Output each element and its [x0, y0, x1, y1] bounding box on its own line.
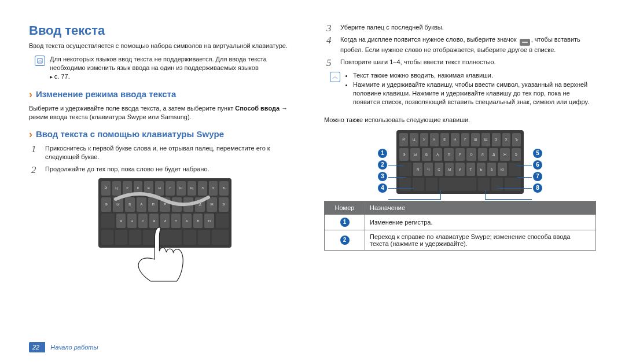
key: З	[198, 181, 207, 196]
key: Д	[489, 148, 498, 161]
fn-key	[478, 178, 490, 191]
key: Ъ	[219, 181, 229, 196]
key: О	[172, 197, 182, 212]
key: Ш	[471, 133, 480, 146]
key: У	[123, 181, 132, 196]
callout-8: 8	[533, 183, 542, 193]
key: Щ	[481, 133, 490, 146]
key: А	[433, 148, 442, 161]
callout-line	[388, 188, 414, 189]
key: Щ	[188, 181, 197, 196]
key: Д	[195, 197, 205, 212]
key: М	[445, 163, 454, 176]
key: Ж	[500, 148, 509, 161]
key: Л	[478, 148, 487, 161]
space-key	[439, 178, 476, 191]
cross-reference: с. 77.	[50, 73, 70, 80]
key: Х	[502, 133, 511, 146]
key: Я	[413, 163, 422, 176]
fn-key	[426, 178, 438, 191]
note-body: Для некоторых языков ввод текста не подд…	[50, 56, 267, 71]
callout-7: 7	[533, 172, 542, 181]
key: Н	[155, 181, 164, 196]
key: Ъ	[512, 133, 521, 146]
key: Ц	[410, 133, 418, 146]
key: Э	[219, 197, 229, 212]
key: Ц	[112, 181, 122, 196]
fn-key	[491, 178, 503, 191]
key: З	[492, 133, 501, 146]
callout-1: 1	[378, 149, 387, 158]
key: Е	[440, 133, 449, 146]
callout-line	[517, 177, 532, 178]
right-column: 3Уберите палец с последней буквы. 4 Когд…	[324, 23, 596, 347]
key: А	[137, 197, 146, 212]
intro-text: Ввод текста осуществляется с помощью наб…	[29, 42, 301, 50]
note-text: Для некоторых языков ввод текста не подд…	[50, 55, 301, 81]
keyboard-2: Й Ц У К Е Н Г Ш Щ З Х Ъ Ф Ы В А	[396, 130, 524, 194]
hand-icon	[124, 225, 194, 288]
space-insert-icon	[520, 39, 530, 46]
key: Ю	[498, 163, 506, 176]
note-bullet: Нажмите и удерживайте клавишу, чтобы вве…	[353, 80, 596, 106]
key: Г	[461, 133, 470, 146]
key: П	[444, 148, 453, 161]
page-title: Ввод текста	[29, 23, 301, 38]
key: Н	[451, 133, 459, 146]
key: Й	[101, 181, 111, 196]
key: Р	[160, 197, 170, 212]
callout-line	[388, 166, 403, 166]
table-row: 1 Изменение регистра.	[325, 214, 596, 230]
key: Е	[144, 181, 153, 196]
keyboard-callout-diagram: Й Ц У К Е Н Г Ш Щ З Х Ъ Ф Ы В А	[373, 130, 547, 194]
key: Р	[455, 148, 465, 161]
td-num: 1	[325, 214, 365, 230]
page-number: 22	[29, 342, 45, 352]
key: Ы	[113, 197, 123, 212]
section-change-input-mode: Изменение режима ввода текста	[29, 89, 301, 101]
enter-key	[212, 230, 229, 244]
fn-key	[101, 230, 113, 244]
shift-key	[399, 163, 411, 176]
key: Ь	[477, 163, 486, 176]
step-3: 3Уберите палец с последней буквы.	[324, 23, 596, 32]
key: К	[430, 133, 439, 146]
key: П	[148, 197, 158, 212]
after-note-text: Можно также использовать следующие клави…	[324, 116, 596, 124]
td-num: 2	[325, 230, 365, 250]
chapter-name: Начало работы	[50, 344, 98, 351]
swype-keyboard-illustration: Й Ц У К Е Н Г Ш Щ З Х Ъ Ф Ы В А	[84, 178, 246, 288]
callout-2: 2	[378, 160, 387, 170]
kb-row: Й Ц У К Е Н Г Ш Щ З Х Ъ	[101, 181, 229, 196]
table-row: 2 Переход к справке по клавиатуре Swype;…	[325, 230, 596, 250]
callout-line	[517, 166, 532, 166]
key: Ф	[399, 148, 409, 161]
key: Й	[399, 133, 408, 146]
key: Я	[116, 214, 126, 228]
key: Г	[166, 181, 175, 196]
callout-line	[486, 199, 532, 200]
key: Ю	[204, 214, 214, 228]
key: Б	[487, 163, 496, 176]
key: И	[455, 163, 464, 176]
key: Э	[512, 148, 521, 161]
th-purpose: Назначение	[365, 201, 596, 214]
key: Ы	[410, 148, 420, 161]
page-footer: 22 Начало работы	[29, 342, 98, 352]
kb-row: Ф Ы В А П Р О Л Д Ж Э	[101, 197, 229, 212]
key: Ж	[207, 197, 216, 212]
step-4-text: Когда на дисплее появится нужное слово, …	[340, 36, 580, 53]
key: Ш	[177, 181, 186, 196]
key: С	[435, 163, 443, 176]
callout-line	[388, 199, 440, 200]
steps-left: 1Прикоснитесь к первой букве слова и, не…	[29, 144, 301, 174]
fn-key	[413, 178, 424, 191]
key: Х	[209, 181, 218, 196]
section1-body: Выберите и удерживайте поле ввода текста…	[29, 104, 301, 122]
note-text: Текст также можно вводить, нажимая клави…	[345, 71, 596, 108]
callouts-right: 5 6 7 8	[533, 149, 542, 193]
section-swype: Ввод текста с помощью клавиатуры Swype	[29, 128, 301, 141]
note-language-support: Для некоторых языков ввод текста не подд…	[35, 55, 301, 81]
key: У	[420, 133, 429, 146]
key-function-table: Номер Назначение 1 Изменение регистра. 2…	[324, 201, 596, 251]
